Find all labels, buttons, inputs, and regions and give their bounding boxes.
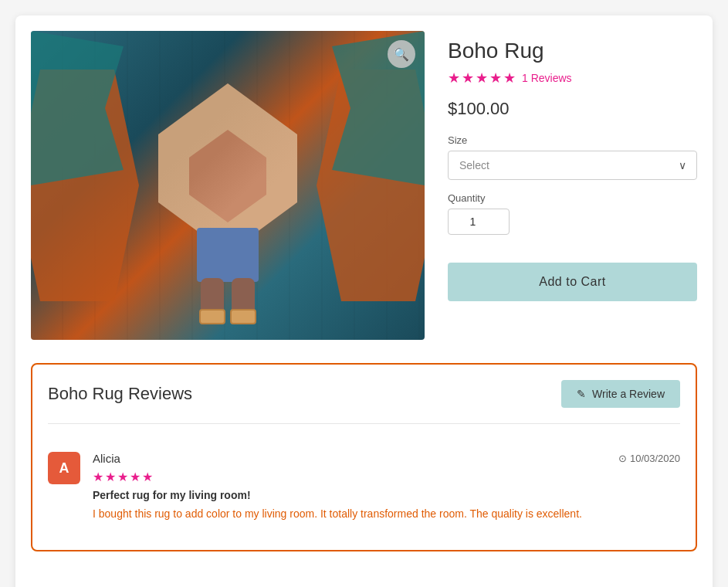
rating-row: ★ ★ ★ ★ ★ 1 Reviews xyxy=(448,70,697,87)
product-image-wrapper: 🔍 xyxy=(31,31,425,340)
star-4: ★ xyxy=(489,70,502,87)
star-1: ★ xyxy=(448,70,460,87)
review-date-value: 10/03/2020 xyxy=(630,453,680,464)
star-3: ★ xyxy=(476,70,488,87)
review-star-3: ★ xyxy=(117,470,128,484)
product-section: 🔍 Boho Rug ★ ★ ★ ★ ★ 1 Reviews $100.00 S… xyxy=(31,31,697,340)
search-icon: 🔍 xyxy=(394,47,409,62)
reviews-count-link[interactable]: 1 Reviews xyxy=(522,72,572,84)
add-to-cart-button[interactable]: Add to Cart xyxy=(448,263,697,301)
product-price: $100.00 xyxy=(448,99,697,119)
reviews-section-title: Boho Rug Reviews xyxy=(48,384,192,404)
review-star-rating: ★ ★ ★ ★ ★ xyxy=(93,470,680,484)
reviewer-name: Alicia xyxy=(93,452,120,465)
quantity-input[interactable] xyxy=(448,209,510,235)
reviewer-avatar: A xyxy=(48,452,80,484)
quantity-label: Quantity xyxy=(448,192,697,204)
review-item: A Alicia ⊙ 10/03/2020 ★ ★ ★ ★ ★ Perf xyxy=(48,439,680,534)
review-content: Alicia ⊙ 10/03/2020 ★ ★ ★ ★ ★ Perfect ru… xyxy=(93,452,680,522)
star-5: ★ xyxy=(503,70,516,87)
product-info: Boho Rug ★ ★ ★ ★ ★ 1 Reviews $100.00 Siz… xyxy=(448,31,697,340)
star-rating: ★ ★ ★ ★ ★ xyxy=(448,70,516,87)
product-title: Boho Rug xyxy=(448,39,697,63)
image-search-button[interactable]: 🔍 xyxy=(388,40,415,68)
review-date: ⊙ 10/03/2020 xyxy=(618,453,680,464)
quantity-form-group: Quantity xyxy=(448,192,697,235)
product-image xyxy=(31,31,425,340)
write-review-label: Write a Review xyxy=(592,388,665,400)
review-headline: Perfect rug for my living room! xyxy=(93,489,680,501)
write-review-button[interactable]: ✎ Write a Review xyxy=(561,380,680,408)
review-body: I bought this rug to add color to my liv… xyxy=(93,506,680,522)
clock-icon: ⊙ xyxy=(618,453,627,464)
size-select[interactable]: Select 2x3 4x6 5x8 8x10 xyxy=(448,151,697,180)
reviews-section: Boho Rug Reviews ✎ Write a Review A Alic… xyxy=(31,363,697,551)
person-feet xyxy=(197,232,259,324)
star-2: ★ xyxy=(462,70,474,87)
page-container: 🔍 Boho Rug ★ ★ ★ ★ ★ 1 Reviews $100.00 S… xyxy=(15,15,713,587)
review-star-1: ★ xyxy=(93,470,103,484)
size-select-wrapper: Select 2x3 4x6 5x8 8x10 ∨ xyxy=(448,151,697,180)
reviews-header: Boho Rug Reviews ✎ Write a Review xyxy=(48,380,680,424)
size-label: Size xyxy=(448,134,697,146)
size-form-group: Size Select 2x3 4x6 5x8 8x10 ∨ xyxy=(448,134,697,180)
reviewer-initial: A xyxy=(59,460,69,477)
review-star-2: ★ xyxy=(105,470,116,484)
review-meta: Alicia ⊙ 10/03/2020 xyxy=(93,452,680,465)
review-star-4: ★ xyxy=(130,470,141,484)
review-star-5: ★ xyxy=(142,470,153,484)
write-review-icon: ✎ xyxy=(577,388,586,400)
